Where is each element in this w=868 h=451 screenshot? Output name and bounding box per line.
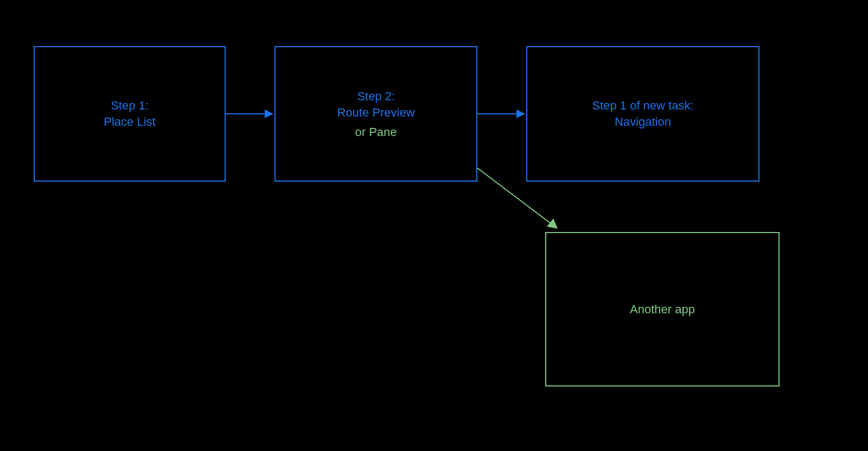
arrow-step1-to-step2 <box>226 106 275 122</box>
box-step1-line1: Step 1: <box>111 99 149 112</box>
box-step2-line2: Route Preview <box>337 106 414 119</box>
svg-marker-5 <box>547 218 558 229</box>
box-step1-title: Step 1: Place List <box>104 98 155 130</box>
box-step1new-line1: Step 1 of new task: <box>592 99 693 112</box>
arrow-step2-to-step1new <box>477 106 526 122</box>
box-step2-line1: Step 2: <box>357 89 395 103</box>
box-another-app-title: Another app <box>630 301 695 318</box>
box-step1new-title: Step 1 of new task: Navigation <box>592 98 693 130</box>
box-step1-line2: Place List <box>104 115 155 128</box>
box-step1new-line2: Navigation <box>615 115 671 128</box>
arrow-step2-to-another-app <box>472 163 570 239</box>
box-step1-place-list: Step 1: Place List <box>34 46 226 182</box>
svg-marker-1 <box>265 109 273 118</box>
svg-marker-3 <box>516 109 525 118</box>
box-another-app: Another app <box>545 232 780 386</box>
box-step2-subtitle: or Pane <box>355 125 397 139</box>
svg-line-4 <box>477 168 551 223</box>
box-step1new-navigation: Step 1 of new task: Navigation <box>526 46 760 182</box>
box-step2-route-preview: Step 2: Route Preview or Pane <box>275 46 477 182</box>
box-step2-title: Step 2: Route Preview <box>337 88 414 120</box>
